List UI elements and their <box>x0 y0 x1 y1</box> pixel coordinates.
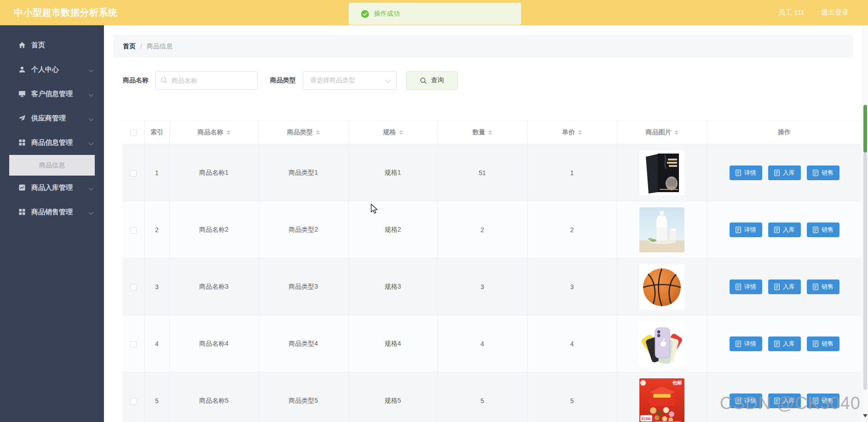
column-header-qty[interactable]: 数量 <box>437 121 527 144</box>
row-checkbox[interactable] <box>130 227 137 234</box>
sidebar-item-home[interactable]: 首页 <box>0 33 104 57</box>
search-icon <box>161 77 167 84</box>
document-icon <box>774 284 780 290</box>
product-name-input[interactable] <box>155 71 258 90</box>
column-header-type[interactable]: 商品类型 <box>259 121 348 144</box>
sidebar-item-label: 首页 <box>31 41 45 50</box>
sidebar-item-supplier[interactable]: 供应商管理 <box>0 106 104 131</box>
cell-spec: 规格5 <box>348 372 437 422</box>
column-header-image[interactable]: 商品图片 <box>617 121 707 144</box>
sidebar-item-label: 客户信息管理 <box>31 90 73 98</box>
search-button[interactable]: 查询 <box>406 71 458 90</box>
stock-in-button[interactable]: 入库 <box>768 336 801 351</box>
chevron-down-icon <box>89 141 93 145</box>
sort-icon[interactable] <box>578 128 582 137</box>
sale-button[interactable]: 销售 <box>807 336 839 351</box>
document-icon <box>813 284 818 290</box>
product-type-select[interactable]: 请选择商品类型 <box>303 71 397 90</box>
cell-qty: 2 <box>437 201 527 258</box>
sidebar-item-customer-info[interactable]: 客户信息管理 <box>0 82 104 106</box>
detail-button[interactable]: 详情 <box>730 222 762 237</box>
chevron-down-icon <box>89 210 93 215</box>
detail-button[interactable]: 详情 <box>730 279 762 294</box>
row-checkbox[interactable] <box>130 170 137 177</box>
document-icon <box>813 341 818 347</box>
cell-qty: 51 <box>437 144 527 201</box>
product-image-snack: 包邮 ¥156.5 <box>639 378 684 422</box>
breadcrumb: 首页 / 商品信息 <box>113 35 853 57</box>
cell-qty: 5 <box>437 372 527 422</box>
scrollbar-down-arrow-icon[interactable] <box>863 414 868 420</box>
logout-link[interactable]: 退出登录 <box>821 8 849 17</box>
stock-in-button[interactable]: 入库 <box>768 279 801 294</box>
sidebar-item-label: 商品入库管理 <box>31 183 73 192</box>
detail-button[interactable]: 详情 <box>730 165 762 180</box>
scrollbar-thumb-green[interactable] <box>863 105 867 153</box>
select-all-checkbox[interactable] <box>130 130 137 136</box>
sidebar-subitem-product-info-active[interactable]: 商品信息 <box>9 155 95 176</box>
cell-type: 商品类型1 <box>259 144 348 201</box>
search-button-label: 查询 <box>431 76 444 85</box>
cell-qty: 4 <box>437 315 527 372</box>
row-checkbox[interactable] <box>130 341 137 348</box>
scrollbar[interactable] <box>862 25 868 422</box>
scrollbar-thumb[interactable] <box>863 153 867 390</box>
row-checkbox[interactable] <box>130 398 137 405</box>
document-icon <box>774 227 780 233</box>
send-icon <box>18 114 26 122</box>
document-icon <box>736 227 741 233</box>
stock-in-button[interactable]: 入库 <box>768 222 801 237</box>
column-header-price[interactable]: 单价 <box>527 121 617 144</box>
document-icon <box>774 398 780 404</box>
table-row: 2 商品名称2 商品类型2 规格2 2 2 <box>122 201 862 258</box>
stock-in-button[interactable]: 入库 <box>768 165 801 180</box>
detail-button[interactable]: 详情 <box>730 393 762 408</box>
cell-index: 3 <box>144 258 169 315</box>
sort-icon[interactable] <box>316 128 320 137</box>
cell-type: 商品类型5 <box>259 372 348 422</box>
sort-icon[interactable] <box>489 128 492 137</box>
sidebar-item-label: 供应商管理 <box>31 114 66 123</box>
sort-icon[interactable] <box>399 128 403 137</box>
column-header-name[interactable]: 商品名称 <box>169 121 259 144</box>
cell-spec: 规格3 <box>348 258 437 315</box>
success-check-icon <box>361 10 369 18</box>
sort-icon[interactable] <box>675 128 678 137</box>
cell-index: 1 <box>144 144 169 201</box>
sidebar-item-sales-mgmt[interactable]: 商品销售管理 <box>0 200 104 224</box>
cell-index: 5 <box>144 372 169 422</box>
breadcrumb-home[interactable]: 首页 <box>123 42 136 51</box>
row-checkbox[interactable] <box>130 284 137 291</box>
product-image-basketball <box>639 264 684 309</box>
cell-name: 商品名称1 <box>169 144 259 201</box>
success-toast: 操作成功 <box>349 3 521 25</box>
table-row: 5 商品名称5 商品类型5 规格5 5 5 <box>122 372 862 422</box>
cell-qty: 3 <box>437 258 527 315</box>
table-header-row: 索引 商品名称 商品类型 规格 数量 单价 商品图片 操作 <box>122 121 862 144</box>
cell-price: 4 <box>527 315 617 372</box>
products-table: 索引 商品名称 商品类型 规格 数量 单价 商品图片 操作 1 商品名称1 商品… <box>122 120 863 422</box>
select-all-header <box>122 121 144 144</box>
grid-icon <box>18 208 26 216</box>
sale-button[interactable]: 销售 <box>807 165 839 180</box>
document-icon <box>774 341 780 347</box>
sale-button[interactable]: 销售 <box>807 222 839 237</box>
sidebar-item-stock-in-mgmt[interactable]: 商品入库管理 <box>0 176 104 200</box>
chevron-down-icon <box>385 77 391 82</box>
cell-name: 商品名称3 <box>169 258 259 315</box>
column-header-index: 索引 <box>144 121 169 144</box>
table-row: 4 商品名称4 商品类型4 规格4 4 4 <box>122 315 862 372</box>
column-header-spec[interactable]: 规格 <box>348 121 437 144</box>
sidebar-item-product-info-mgmt[interactable]: 商品信息管理 <box>0 131 104 155</box>
detail-button[interactable]: 详情 <box>730 336 762 351</box>
sort-icon[interactable] <box>227 128 230 137</box>
sale-button[interactable]: 销售 <box>807 279 839 294</box>
cell-price: 3 <box>527 258 617 315</box>
stock-in-button[interactable]: 入库 <box>768 393 801 408</box>
snack-price-text: ¥156.5 <box>641 416 654 421</box>
sale-button[interactable]: 销售 <box>807 393 839 408</box>
document-icon <box>736 284 741 290</box>
main-content: 首页 / 商品信息 商品名称 商品类型 请选择商品类型 查询 <box>104 25 863 422</box>
sidebar-item-personal-center[interactable]: 个人中心 <box>0 57 104 82</box>
home-icon <box>18 41 26 49</box>
